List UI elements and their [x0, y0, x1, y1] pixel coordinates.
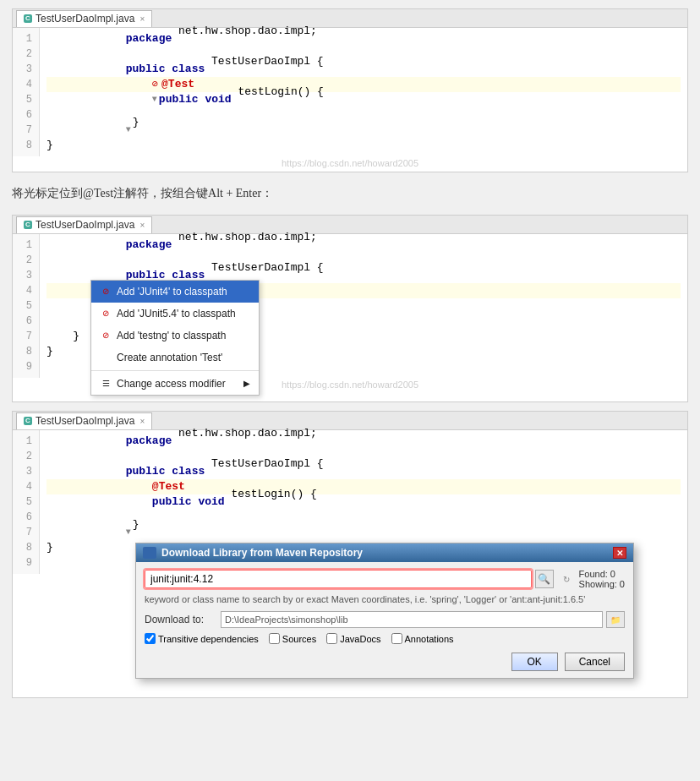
maven-dialog: Download Library from Maven Repository ✕…	[135, 543, 634, 679]
code-line: ▼public void testLogin() {	[46, 92, 681, 107]
dialog-buttons: OK Cancel	[145, 653, 625, 671]
code-line	[46, 253, 681, 268]
code-line: ▼}	[46, 525, 681, 540]
fold-icon-3: ▼	[126, 525, 131, 540]
sources-checkbox[interactable]	[269, 633, 280, 644]
code-line	[46, 449, 681, 464]
code-content-2[interactable]: package net.hw.shop.dao.impl; public cla…	[40, 234, 687, 378]
code-line: package net.hw.shop.dao.impl;	[46, 238, 681, 253]
menu-item-label: Create annotation 'Test'	[117, 350, 222, 365]
menu-item-label: Add 'JUnit4' to classpath	[117, 284, 227, 299]
editor-panel-1: C TestUserDaoImpl.java × 12345678 packag…	[12, 8, 688, 172]
empty-icon	[100, 352, 112, 363]
java-icon-2: C	[24, 221, 32, 229]
menu-item-label: Add 'JUnit5.4' to classpath	[117, 306, 236, 321]
code-area-2: 123456789 package net.hw.shop.dao.impl; …	[13, 234, 687, 378]
dialog-hint: keyword or class name to search by or ex…	[145, 594, 625, 604]
tab-close-1[interactable]: ×	[139, 14, 145, 24]
watermark-1: https://blog.csdn.net/howard2005	[13, 156, 687, 172]
checkbox-sources: Sources	[269, 633, 316, 644]
code-line: package net.hw.shop.dao.impl;	[46, 434, 681, 449]
code-area-1: 12345678 package net.hw.shop.dao.impl; p…	[13, 28, 687, 156]
modifier-icon: ☰	[100, 378, 112, 390]
found-count: Found: 0	[579, 569, 615, 579]
dialog-title-icon	[143, 547, 156, 559]
menu-item-label: Add 'testng' to classpath	[117, 328, 226, 343]
line-numbers-2: 123456789	[13, 234, 40, 378]
cancel-button[interactable]: Cancel	[565, 653, 625, 671]
tab-close-3[interactable]: ×	[139, 417, 145, 426]
menu-item-junit5[interactable]: ⊘ Add 'JUnit5.4' to classpath	[91, 303, 259, 325]
code-line: public void testLogin() {	[46, 494, 681, 510]
dialog-checkboxes: Transitive dependencies Sources JavaDocs…	[145, 633, 625, 644]
loading-spinner: ↻	[557, 570, 576, 588]
submenu-arrow: ▶	[243, 376, 250, 391]
java-icon: C	[24, 14, 32, 23]
fold-icon: ▼	[126, 123, 131, 138]
dialog-body: junit:junit:4.12 🔍 ↻ Found: 0 Showing: 0…	[136, 562, 633, 678]
error-icon: ⊘	[152, 77, 158, 92]
search-icon: 🔍	[538, 573, 550, 585]
dialog-close-button[interactable]: ✕	[613, 547, 626, 559]
menu-item-create-annotation[interactable]: Create annotation 'Test'	[91, 347, 259, 369]
code-line: package net.hw.shop.dao.impl;	[46, 31, 681, 46]
javadocs-label: JavaDocs	[340, 634, 380, 644]
tab-label-1: TestUserDaoImpl.java	[36, 13, 134, 25]
checkbox-javadocs: JavaDocs	[326, 633, 380, 644]
code-line: ▼}	[46, 123, 681, 138]
error-icon-menu: ⊘	[100, 286, 112, 298]
error-icon-menu3: ⊘	[100, 330, 112, 341]
download-to-label: Download to:	[145, 614, 221, 625]
line-numbers-1: 12345678	[13, 28, 40, 156]
dialog-titlebar: Download Library from Maven Repository ✕	[136, 543, 633, 562]
transitive-label: Transitive dependencies	[158, 634, 259, 644]
tab-close-2[interactable]: ×	[139, 221, 145, 230]
instruction-text: 将光标定位到@Test注解符，按组合键Alt + Enter：	[0, 181, 700, 206]
annotations-checkbox[interactable]	[391, 633, 402, 644]
editor-panel-3: C TestUserDaoImpl.java × 123456789 packa…	[12, 411, 688, 698]
maven-search-button[interactable]: 🔍	[535, 570, 554, 588]
menu-item-label: Change access modifier	[117, 376, 226, 391]
tab-label-3: TestUserDaoImpl.java	[36, 415, 134, 427]
folder-icon: 📁	[610, 615, 621, 625]
editor-panel-2: C TestUserDaoImpl.java × 123456789 packa…	[12, 215, 688, 402]
sources-label: Sources	[282, 634, 316, 644]
context-menu: ⊘ Add 'JUnit4' to classpath ⊘ Add 'JUnit…	[90, 280, 260, 396]
fold-icon: ▼	[152, 92, 157, 107]
javadocs-checkbox[interactable]	[326, 633, 337, 644]
line-numbers-3: 123456789	[13, 430, 40, 574]
menu-item-testng[interactable]: ⊘ Add 'testng' to classpath	[91, 325, 259, 347]
maven-search-input[interactable]: junit:junit:4.12	[145, 570, 532, 588]
found-text: Found: 0 Showing: 0	[579, 569, 625, 589]
browse-button[interactable]: 📁	[606, 611, 625, 628]
download-to-row: Download to: D:\IdeaProjects\simonshop\l…	[145, 611, 625, 628]
code-line	[46, 46, 681, 62]
menu-item-junit4[interactable]: ⊘ Add 'JUnit4' to classpath	[91, 281, 259, 303]
dialog-title: Download Library from Maven Repository	[161, 547, 363, 559]
annotations-label: Annotations	[405, 634, 454, 644]
menu-item-change-access[interactable]: ☰ Change access modifier ▶	[91, 373, 259, 395]
menu-separator	[91, 370, 259, 371]
checkbox-transitive: Transitive dependencies	[145, 633, 259, 644]
showing-count: Showing: 0	[579, 579, 625, 589]
dialog-search-row: junit:junit:4.12 🔍 ↻ Found: 0 Showing: 0	[145, 569, 625, 589]
error-icon-menu2: ⊘	[100, 308, 112, 320]
java-icon-3: C	[24, 417, 32, 425]
transitive-checkbox[interactable]	[145, 633, 156, 644]
checkbox-annotations: Annotations	[391, 633, 454, 644]
ok-button[interactable]: OK	[511, 653, 558, 671]
download-path-input[interactable]: D:\IdeaProjects\simonshop\lib	[221, 611, 603, 628]
tab-label-2: TestUserDaoImpl.java	[36, 219, 134, 231]
code-content-1[interactable]: package net.hw.shop.dao.impl; public cla…	[40, 28, 687, 156]
